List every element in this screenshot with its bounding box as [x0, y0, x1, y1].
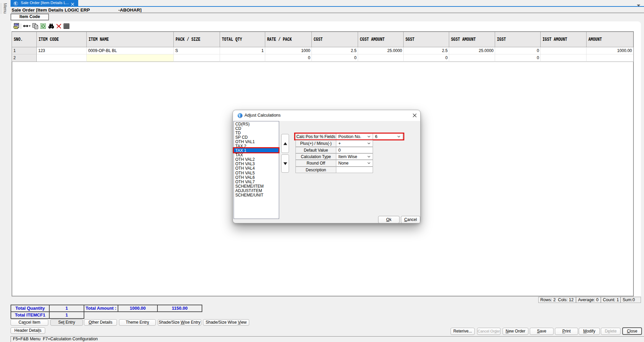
svg-text:L: L — [239, 114, 241, 118]
svg-text:L: L — [15, 2, 17, 5]
